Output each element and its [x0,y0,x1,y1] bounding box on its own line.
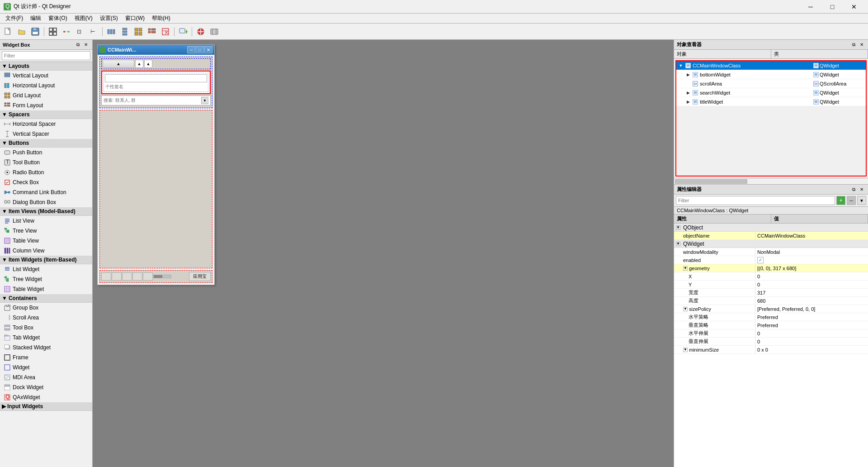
widget-box-close-button[interactable]: ✕ [82,41,90,48]
expand-icon[interactable]: ▶ [684,91,692,95]
prop-row-minimumsize[interactable]: ▼ minimumSize 0 x 0 [674,346,868,354]
prop-row-enabled[interactable]: enabled [674,256,868,264]
prop-group-qwidget[interactable]: ▼ QWidget [674,240,868,248]
property-menu-button[interactable]: ▼ [857,196,866,205]
designer-maximize-button[interactable]: □ [196,46,204,53]
prop-row-h-policy[interactable]: 水平策略 Preferred [674,313,868,321]
widget-item-frame[interactable]: Frame [0,353,92,362]
widget-item-stacked-widget[interactable]: Stacked Widget [0,343,92,353]
widget-item-scroll-area[interactable]: Scroll Area [0,313,92,323]
menu-help[interactable]: 帮助(H) [148,14,174,23]
prop-value-x[interactable]: 0 [755,272,868,280]
menu-view[interactable]: 视图(V) [71,14,96,23]
prop-row-geometry[interactable]: ▼ geometry [(0, 0), 317 x 680] [674,264,868,272]
inspector-hscrollbar[interactable] [675,179,747,184]
widget-mode-button[interactable] [47,25,59,38]
resources-button[interactable] [194,25,207,38]
inspector-row-main[interactable]: ▼ W CCMainWindowClass W QWidget [676,61,866,70]
geometry-expand[interactable]: ▼ [683,266,688,271]
category-item-views[interactable]: ▼ Item Views (Model-Based) [0,207,92,216]
widget-item-tool-box[interactable]: Tool Box [0,323,92,333]
prop-value-minimumsize[interactable]: 0 x 0 [755,346,868,353]
widget-item-dialog-button-box[interactable]: Dialog Button Box [0,197,92,207]
layout-h-button[interactable] [105,25,118,38]
category-spacers[interactable]: ▼ Spacers [0,110,92,119]
menu-settings[interactable]: 设置(S) [96,14,122,23]
designer-bottom-tab-4[interactable] [132,272,142,281]
prop-row-h-stretch[interactable]: 水平伸展 0 [674,329,868,338]
inspector-row-search-widget[interactable]: ▶ W searchWidget W QWidget [676,88,866,97]
designer-bottom-tab-5[interactable] [143,272,153,281]
expand-icon[interactable]: ▶ [684,72,692,77]
enabled-checkbox[interactable] [757,257,764,263]
prop-value-windowmodality[interactable]: NonModal [755,248,868,256]
prop-row-width[interactable]: 宽度 317 [674,289,868,297]
prop-row-objectname[interactable]: objectName CCMainWindowClass [674,232,868,240]
prop-row-v-stretch[interactable]: 垂直伸展 0 [674,338,868,346]
widget-item-grid-layout[interactable]: Grid Layout [0,91,92,100]
category-item-widgets[interactable]: ▼ Item Widgets (Item-Based) [0,256,92,264]
designer-tab-2[interactable]: ▲ [135,60,143,68]
prop-group-expand[interactable]: ▼ [676,225,680,230]
new-button[interactable] [2,25,14,38]
close-button[interactable]: ✕ [844,0,864,14]
prop-value-h-policy[interactable]: Preferred [755,313,868,321]
property-add-button[interactable]: + [836,196,845,205]
prop-value-v-stretch[interactable]: 0 [755,338,868,345]
sizepolicy-expand[interactable]: ▼ [683,307,688,311]
prop-value-objectname[interactable]: CCMainWindowClass [755,232,868,239]
widget-item-table-view[interactable]: Table View [0,236,92,246]
save-button[interactable] [29,25,42,38]
widget-item-vertical-layout[interactable]: Vertical Layout [0,71,92,81]
widget-item-mdi-area[interactable]: MDI Area [0,372,92,382]
designer-close-button[interactable]: ✕ [204,46,212,53]
widget-item-list-view[interactable]: List View [0,216,92,226]
prop-value-h-stretch[interactable]: 0 [755,329,868,337]
widget-item-push-button[interactable]: Push Button [0,148,92,157]
widget-item-group-box[interactable]: GB Group Box [0,303,92,313]
prop-value-width[interactable]: 317 [755,289,868,296]
widget-item-horizontal-spacer[interactable]: Horizontal Spacer [0,119,92,129]
designer-bottom-tab-1[interactable] [101,272,111,281]
designer-minimize-button[interactable]: ─ [187,46,195,53]
prop-row-v-policy[interactable]: 垂直策略 Preferred [674,321,868,329]
widget-item-dock-widget[interactable]: Dock Widget [0,382,92,392]
category-buttons[interactable]: ▼ Buttons [0,139,92,148]
widget-item-check-box[interactable]: Check Box [0,177,92,187]
property-editor-float-button[interactable]: ⧉ [850,186,857,193]
object-inspector-close-button[interactable]: ✕ [858,41,865,48]
property-editor-close-button[interactable]: ✕ [858,186,865,193]
category-layouts[interactable]: ▼ Layouts [0,62,92,71]
widget-item-form-layout[interactable]: Form Layout [0,100,92,110]
widget-item-table-widget[interactable]: Table Widget [0,284,92,294]
widget-item-radio-button[interactable]: Radio Button [0,167,92,177]
widget-item-tab-widget[interactable]: Tab Widget [0,333,92,343]
prop-row-x[interactable]: X 0 [674,272,868,281]
menu-form[interactable]: 窗体(O) [45,14,71,23]
open-button[interactable] [15,25,28,38]
widget-item-tree-widget[interactable]: Tree Widget [0,274,92,284]
prop-value-height[interactable]: 680 [755,297,868,305]
widget-box-float-button[interactable]: ⧉ [74,41,81,48]
prop-group-expand[interactable]: ▼ [676,242,680,246]
widget-item-tree-view[interactable]: Tree View [0,226,92,236]
expand-icon[interactable]: ▶ [684,100,692,104]
inspector-row-title-widget[interactable]: ▶ W titleWidget W QWidget [676,97,866,106]
widget-item-qaxwidget[interactable]: Q QAxWidget [0,392,92,402]
designer-search-button[interactable]: ▼ [201,97,208,104]
layout-v-button[interactable] [118,25,131,38]
prop-value-geometry[interactable]: [(0, 0), 317 x 680] [755,264,868,272]
prop-value-y[interactable]: 0 [755,281,868,288]
maximize-button[interactable]: □ [822,0,843,14]
widget-filter-input[interactable] [2,51,90,60]
menu-file[interactable]: 文件(F) [2,14,27,23]
prop-row-sizepolicy[interactable]: ▼ sizePolicy [Preferred, Preferred, 0, 0… [674,305,868,313]
signals-button[interactable] [60,25,73,38]
inspector-row-bottom-widget[interactable]: ▶ W bottomWidget W QWidget [676,70,866,79]
widget-item-command-link-button[interactable]: Command Link Button [0,187,92,197]
layout-form-button[interactable] [146,25,158,38]
inspector-row-scroll-area[interactable]: SA scrollArea SA QScrollArea [676,79,866,88]
designer-text-field[interactable] [105,74,207,82]
widget-item-tool-button[interactable]: T Tool Button [0,157,92,167]
minimize-button[interactable]: ─ [800,0,821,14]
